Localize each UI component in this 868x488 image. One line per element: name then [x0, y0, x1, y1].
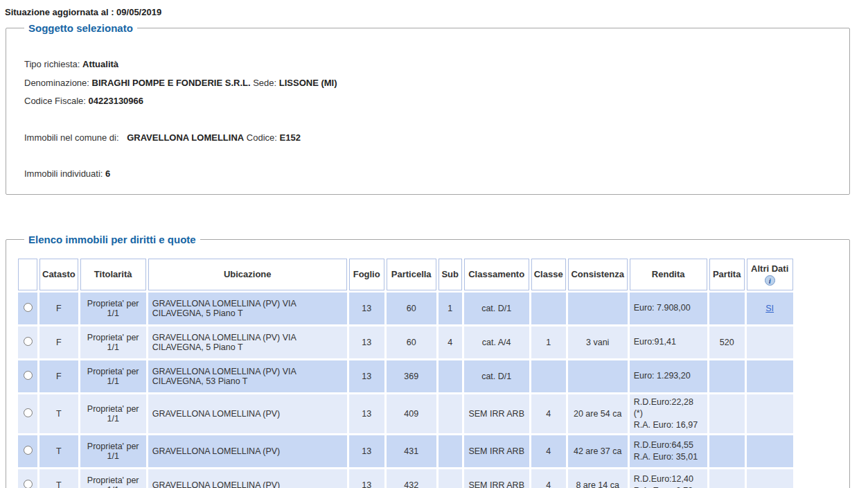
ubicazione-cell: GRAVELLONA LOMELLINA (PV) VIA CILAVEGNA,… [148, 360, 347, 392]
ubicazione-cell: GRAVELLONA LOMELLINA (PV) [148, 469, 347, 488]
catasto-cell: T [39, 469, 78, 488]
tipo-richiesta-line: Tipo richiesta: Attualità [24, 58, 831, 71]
consistenza-cell [568, 360, 628, 392]
immobili-table: Catasto Titolarità Ubicazione Foglio Par… [16, 256, 795, 488]
codice-comune-label: Codice: [247, 132, 277, 143]
rendita-cell: Euro: 7.908,00 [630, 293, 707, 324]
comune-label: Immobili nel comune di: [24, 132, 119, 143]
consistenza-cell: 42 are 37 ca [568, 435, 628, 467]
particella-cell: 60 [387, 326, 436, 358]
altri-dati-cell: SI [747, 293, 793, 324]
column-header-altri-dati: Altri Dati i [747, 259, 793, 290]
codice-fiscale-line: Codice Fiscale: 04223130966 [24, 94, 831, 108]
partita-cell [709, 394, 745, 434]
ubicazione-cell: GRAVELLONA LOMELLINA (PV) [148, 435, 347, 467]
column-header-classe: Classe [531, 259, 566, 290]
foglio-cell: 13 [349, 435, 384, 467]
classe-cell: 4 [531, 394, 566, 434]
row-select-radio[interactable] [24, 371, 33, 380]
immobili-panel-legend: Elenco immobili per diritti e quote [24, 234, 200, 245]
altri-dati-cell [747, 435, 793, 467]
particella-cell: 409 [387, 394, 436, 434]
partita-cell [709, 435, 745, 467]
row-select-radio[interactable] [24, 446, 33, 455]
rendita-cell: R.D.Euro:64,55 R.A. Euro: 35,01 [630, 435, 707, 467]
table-row: F Proprieta' per 1/1 GRAVELLONA LOMELLIN… [18, 326, 793, 358]
row-select-radio[interactable] [24, 408, 33, 417]
individuati-line: Immobili individuati: 6 [24, 167, 831, 181]
column-header-foglio: Foglio [349, 259, 384, 290]
foglio-cell: 13 [349, 394, 384, 434]
foglio-cell: 13 [349, 360, 384, 392]
consistenza-cell [568, 293, 628, 324]
classe-cell [531, 360, 566, 392]
tipo-richiesta-value: Attualità [82, 59, 118, 69]
column-header-sub: Sub [439, 259, 462, 290]
tipo-richiesta-label: Tipo richiesta: [24, 59, 80, 69]
particella-cell: 431 [387, 435, 436, 467]
ubicazione-cell: GRAVELLONA LOMELLINA (PV) VIA CILAVEGNA,… [148, 326, 347, 358]
altri-dati-cell [747, 394, 793, 434]
rendita-cell: Euro:91,41 [630, 326, 707, 358]
rendita-cell: R.D.Euro:12,40 R.A. Euro: 6,73 [630, 469, 707, 488]
foglio-cell: 13 [349, 293, 384, 324]
partita-cell [709, 360, 745, 392]
comune-line: Immobili nel comune di: GRAVELLONA LOMEL… [24, 131, 831, 145]
sub-cell [439, 469, 462, 488]
table-row: T Proprieta' per 1/1 GRAVELLONA LOMELLIN… [18, 435, 793, 467]
row-select-cell [18, 326, 37, 358]
consistenza-cell: 3 vani [568, 326, 628, 358]
titolarita-cell: Proprieta' per 1/1 [80, 293, 146, 324]
codice-fiscale-label: Codice Fiscale: [24, 96, 86, 106]
catasto-cell: F [39, 326, 78, 358]
altri-dati-cell [747, 469, 793, 488]
column-header-classamento: Classamento [464, 259, 529, 290]
column-header-partita: Partita [709, 259, 745, 290]
table-row: T Proprieta' per 1/1 GRAVELLONA LOMELLIN… [18, 394, 793, 434]
rendita-cell: Euro: 1.293,20 [630, 360, 707, 392]
column-header-consistenza: Consistenza [568, 259, 628, 290]
table-row: T Proprieta' per 1/1 GRAVELLONA LOMELLIN… [18, 469, 793, 488]
row-select-cell [18, 293, 37, 324]
partita-cell [709, 469, 745, 488]
altri-dati-cell [747, 360, 793, 392]
partita-cell [709, 293, 745, 324]
consistenza-cell: 8 are 14 ca [568, 469, 628, 488]
altri-dati-link[interactable]: SI [765, 304, 774, 313]
classe-cell: 1 [531, 326, 566, 358]
particella-cell: 432 [387, 469, 436, 488]
table-row: F Proprieta' per 1/1 GRAVELLONA LOMELLIN… [18, 293, 793, 324]
table-header-row: Catasto Titolarità Ubicazione Foglio Par… [18, 259, 793, 290]
titolarita-cell: Proprieta' per 1/1 [80, 435, 146, 467]
catasto-cell: F [39, 360, 78, 392]
altri-dati-cell [747, 326, 793, 358]
row-select-radio[interactable] [24, 337, 33, 346]
row-select-cell [18, 435, 37, 467]
row-select-radio[interactable] [24, 303, 33, 312]
denominazione-line: Denominazione: BIRAGHI POMPE E FONDERIE … [24, 76, 831, 90]
row-select-cell [18, 360, 37, 392]
codice-fiscale-value: 04223130966 [89, 96, 144, 106]
catasto-cell: T [39, 394, 78, 434]
foglio-cell: 13 [349, 469, 384, 488]
column-header-ubicazione: Ubicazione [148, 259, 347, 290]
denominazione-value: BIRAGHI POMPE E FONDERIE S.R.L. [92, 78, 251, 88]
immobili-panel: Elenco immobili per diritti e quote Cata… [6, 234, 850, 488]
particella-cell: 60 [387, 293, 436, 324]
select-column-header [18, 259, 37, 290]
row-select-cell [18, 394, 37, 434]
sede-label: Sede: [253, 78, 276, 88]
consistenza-cell: 20 are 54 ca [568, 394, 628, 434]
row-select-radio[interactable] [24, 480, 33, 488]
ubicazione-cell: GRAVELLONA LOMELLINA (PV) VIA CILAVEGNA,… [148, 293, 347, 324]
status-updated-line: Situazione aggiornata al : 09/05/2019 [5, 7, 850, 17]
catasto-cell: T [39, 435, 78, 467]
catasto-cell: F [39, 293, 78, 324]
classamento-cell: cat. D/1 [464, 293, 529, 324]
classe-cell [531, 293, 566, 324]
comune-value: GRAVELLONA LOMELLINA [127, 132, 244, 143]
info-icon[interactable]: i [765, 275, 775, 286]
classamento-cell: cat. A/4 [464, 326, 529, 358]
rendita-cell: R.D.Euro:22,28 (*) R.A. Euro: 16,97 [630, 394, 707, 434]
denominazione-label: Denominazione: [24, 78, 89, 88]
